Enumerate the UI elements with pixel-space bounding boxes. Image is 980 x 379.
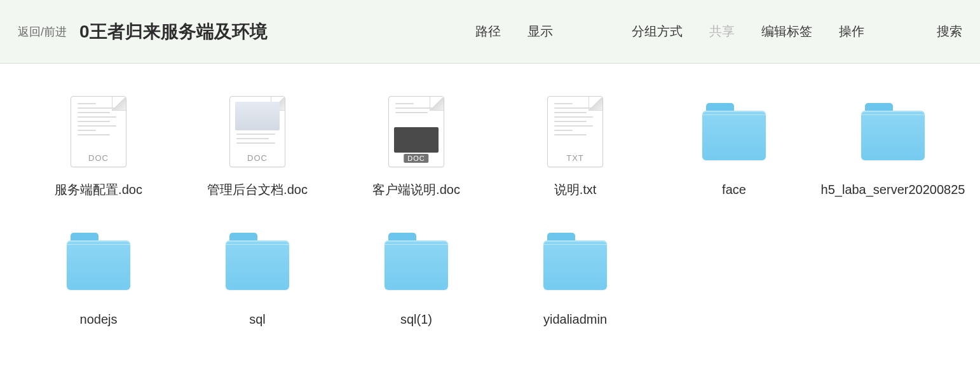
item-label: h5_laba_server20200825 <box>821 181 965 198</box>
file-item[interactable]: TXT说明.txt <box>496 94 655 198</box>
menu-group-by[interactable]: 分组方式 <box>632 23 683 40</box>
nav-back-forward-button[interactable]: 返回/前进 <box>18 24 67 39</box>
file-grid: DOC服务端配置.docDOC管理后台文档.docDOC客户端说明.docTXT… <box>19 94 961 328</box>
file-browser-content: DOC服务端配置.docDOC管理后台文档.docDOC客户端说明.docTXT… <box>0 64 980 347</box>
document-icon: TXT <box>543 94 607 169</box>
folder-item[interactable]: sql(1) <box>337 224 496 328</box>
item-label: 服务端配置.doc <box>55 181 142 198</box>
item-label: nodejs <box>80 310 118 328</box>
window-title: 0王者归来服务端及环境 <box>79 20 268 44</box>
menu-display[interactable]: 显示 <box>527 23 553 40</box>
file-type-badge: DOC <box>404 154 428 163</box>
folder-item[interactable]: yidaliadmin <box>496 224 655 328</box>
file-item[interactable]: DOC服务端配置.doc <box>19 94 178 198</box>
folder-item[interactable]: sql <box>178 224 337 328</box>
menu-share: 共享 <box>709 23 735 40</box>
toolbar-menu: 路径 显示 分组方式 共享 编辑标签 操作 搜索 <box>475 23 962 40</box>
folder-icon <box>702 94 766 169</box>
toolbar: 返回/前进 0王者归来服务端及环境 路径 显示 分组方式 共享 编辑标签 操作 … <box>0 0 980 64</box>
file-item[interactable]: DOC客户端说明.doc <box>337 94 496 198</box>
item-label: sql(1) <box>400 310 432 328</box>
folder-icon <box>861 94 925 169</box>
document-icon: DOC <box>67 94 130 169</box>
folder-item[interactable]: face <box>655 94 813 198</box>
item-label: 客户端说明.doc <box>372 181 460 198</box>
item-label: 管理后台文档.doc <box>207 181 308 198</box>
file-type-badge: DOC <box>230 153 285 163</box>
menu-path[interactable]: 路径 <box>475 23 501 40</box>
document-icon: DOC <box>226 94 289 169</box>
menu-action[interactable]: 操作 <box>839 23 864 40</box>
item-label: face <box>722 181 746 198</box>
document-icon: DOC <box>385 94 448 169</box>
menu-edit-tags[interactable]: 编辑标签 <box>761 23 812 40</box>
folder-icon <box>385 224 448 299</box>
item-label: 说明.txt <box>554 181 597 198</box>
item-label: yidaliadmin <box>543 310 607 328</box>
folder-icon <box>226 224 289 299</box>
folder-item[interactable]: nodejs <box>19 224 178 328</box>
folder-icon <box>543 224 607 299</box>
folder-item[interactable]: h5_laba_server20200825 <box>813 94 972 198</box>
item-label: sql <box>249 310 266 328</box>
file-item[interactable]: DOC管理后台文档.doc <box>178 94 337 198</box>
menu-search[interactable]: 搜索 <box>937 23 962 40</box>
file-type-badge: TXT <box>548 153 602 163</box>
folder-icon <box>67 224 130 299</box>
file-type-badge: DOC <box>71 153 126 163</box>
